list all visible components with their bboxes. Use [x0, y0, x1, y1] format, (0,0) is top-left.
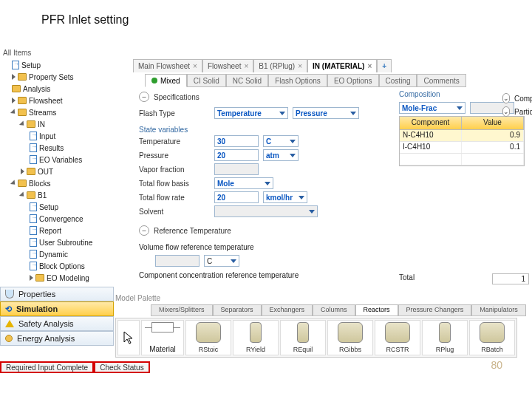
slide-title: PFR Inlet setting: [41, 13, 129, 27]
subtab-ncsolid[interactable]: NC Solid: [226, 74, 268, 87]
tab-in-material[interactable]: IN (MATERIAL)×: [307, 59, 377, 72]
flow-basis-dropdown[interactable]: Mole: [214, 177, 273, 189]
chevron-right-icon: [12, 74, 16, 80]
palette-ryield[interactable]: RYield: [233, 320, 279, 355]
nav-b1-eomodel[interactable]: EO Modeling: [0, 272, 114, 284]
palette-rplug[interactable]: RPlug: [422, 320, 468, 355]
tab-main-flowsheet[interactable]: Main Flowsheet×: [133, 59, 202, 72]
flow-rate-unit-dropdown[interactable]: kmol/hr: [263, 191, 307, 203]
nav-b1-setup[interactable]: Setup: [0, 201, 114, 213]
palette-requil[interactable]: REquil: [280, 320, 326, 355]
subtab-flashopt[interactable]: Flash Options: [268, 74, 327, 87]
close-icon[interactable]: ×: [298, 62, 302, 70]
simulation-icon: ⟲: [5, 304, 12, 314]
nav-blocks[interactable]: Blocks: [0, 177, 114, 189]
ptab-columns[interactable]: Columns: [313, 304, 355, 316]
cell-component: N-C4H10: [400, 130, 462, 141]
ptab-manipulators[interactable]: Manipulators: [471, 304, 526, 316]
tab-add[interactable]: +: [377, 59, 392, 72]
nav-stream-out[interactable]: OUT: [0, 166, 114, 177]
nav-b1-report[interactable]: Report: [0, 225, 114, 236]
nav-eo-variables[interactable]: EO Variables: [0, 154, 114, 166]
solvent-dropdown[interactable]: [214, 205, 318, 217]
subtab-eoopt[interactable]: EO Options: [327, 74, 379, 87]
nav-flowsheet[interactable]: Flowsheet: [0, 95, 114, 106]
chevron-down-icon: [309, 210, 315, 214]
temperature-input[interactable]: 30: [214, 135, 259, 147]
vol-ref-unit-dropdown[interactable]: C: [204, 255, 239, 267]
nav-property-sets[interactable]: Property Sets: [0, 71, 114, 83]
dd-value: atm: [266, 151, 279, 160]
chevron-down-icon: [10, 109, 17, 115]
table-row-empty[interactable]: [400, 154, 524, 166]
palette-rgibbs[interactable]: RGibbs: [327, 320, 373, 355]
nav-b1-dynamic[interactable]: Dynamic: [0, 248, 114, 260]
nav-analysis[interactable]: Analysis: [0, 83, 114, 95]
folder-icon: [27, 120, 35, 128]
input-value: 20: [217, 151, 225, 160]
palette-rstoic[interactable]: RStoic: [185, 320, 231, 355]
ptab-separators[interactable]: Separators: [213, 304, 262, 316]
nav-label: IN: [38, 120, 45, 129]
ptab-exchangers[interactable]: Exchangers: [262, 304, 313, 316]
pressure-unit-dropdown[interactable]: atm: [263, 149, 299, 161]
collapse-icon[interactable]: –: [139, 225, 149, 236]
palette-rcstr[interactable]: RCSTR: [375, 320, 420, 355]
nav-streams[interactable]: Streams: [0, 106, 114, 118]
panel-properties[interactable]: Properties: [0, 287, 114, 301]
subtab-costing[interactable]: Costing: [379, 74, 417, 87]
palette-cursor[interactable]: [117, 320, 140, 355]
ptab-pressure[interactable]: Pressure Changers: [398, 304, 472, 316]
panel-energy[interactable]: Energy Analysis: [0, 331, 114, 346]
temperature-unit-dropdown[interactable]: C: [263, 135, 299, 147]
flash-type-label: Flash Type: [139, 109, 210, 117]
tab-flowsheet[interactable]: Flowsheet×: [202, 59, 253, 72]
sheet-icon: [30, 214, 37, 223]
collapse-icon[interactable]: –: [139, 92, 149, 102]
reactor-icon: [385, 322, 410, 343]
sheet-icon: [30, 238, 37, 247]
pressure-input[interactable]: 20: [214, 149, 259, 161]
nav-b1-blockopts[interactable]: Block Options: [0, 260, 114, 272]
nav-results[interactable]: Results: [0, 142, 114, 154]
nav-block-b1[interactable]: B1: [0, 189, 114, 201]
subtab-cisolid[interactable]: CI Solid: [187, 74, 226, 87]
page-number: 80: [491, 359, 502, 371]
ptab-reactors[interactable]: Reactors: [355, 304, 398, 316]
composition-basis-dropdown[interactable]: Mole-Frac: [399, 102, 466, 114]
table-row[interactable]: I-C4H10 0.1: [400, 142, 524, 154]
nav-setup[interactable]: Setup: [0, 59, 114, 71]
nav-stream-in[interactable]: IN: [0, 118, 114, 130]
nav-label: Report: [39, 227, 61, 235]
flow-rate-input[interactable]: 20: [214, 191, 259, 203]
document-tabs: Main Flowsheet× Flowsheet× B1 (RPlug)× I…: [133, 59, 392, 72]
ptab-mixers[interactable]: Mixers/Splitters: [151, 304, 213, 316]
status-required-input[interactable]: Required Input Complete: [0, 361, 94, 373]
collapse-icon[interactable]: ⌄: [502, 106, 510, 117]
panel-safety[interactable]: Safety Analysis: [0, 316, 114, 331]
table-row[interactable]: N-C4H10 0.9: [400, 130, 524, 142]
collapse-icon[interactable]: ⌄: [502, 93, 510, 103]
palette-rbatch[interactable]: RBatch: [469, 320, 515, 355]
nav-input[interactable]: Input: [0, 130, 114, 142]
close-icon[interactable]: ×: [367, 62, 372, 70]
material-icon: [151, 322, 174, 332]
flash-type-1-dropdown[interactable]: Temperature: [214, 107, 288, 119]
status-check[interactable]: Check Status: [94, 361, 149, 373]
tab-b1[interactable]: B1 (RPlug)×: [253, 59, 307, 72]
subtab-comments[interactable]: Comments: [417, 74, 466, 87]
reactor-icon: [338, 322, 363, 343]
flash-type-2-dropdown[interactable]: Pressure: [293, 107, 359, 119]
close-icon[interactable]: ×: [193, 62, 197, 70]
nav-b1-convergence[interactable]: Convergence: [0, 213, 114, 225]
close-icon[interactable]: ×: [244, 62, 248, 70]
nav-label: Dynamic: [39, 250, 68, 259]
dd-value: Mole: [217, 180, 234, 188]
folder-icon: [35, 274, 44, 282]
right-collapse-groups: ⌄Comp ⌄Partic: [502, 90, 532, 120]
subtab-mixed[interactable]: Mixed: [145, 74, 187, 87]
palette-material[interactable]: Material: [141, 320, 184, 355]
nav-b1-usersub[interactable]: User Subroutine: [0, 236, 114, 248]
panel-simulation[interactable]: ⟲Simulation: [0, 301, 114, 316]
reactor-icon: [297, 322, 309, 343]
